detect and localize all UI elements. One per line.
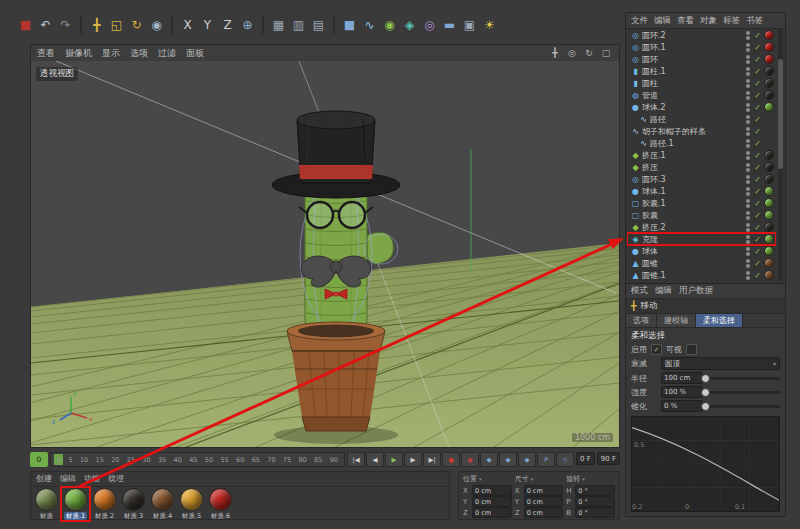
material-tag-icon[interactable]	[764, 30, 774, 40]
playhead[interactable]: 0	[30, 452, 48, 467]
enabled-check-icon[interactable]: ✓	[753, 127, 762, 136]
toolbar-icon[interactable]	[171, 16, 173, 34]
enabled-check-icon[interactable]: ✓	[753, 211, 762, 220]
coordinate-field[interactable]: 0 cm	[472, 507, 512, 518]
visibility-dots[interactable]	[746, 247, 751, 256]
coordinate-field[interactable]: 0 °	[575, 507, 615, 518]
toolbar-icon[interactable]	[333, 16, 335, 34]
slider-value-field[interactable]: 100 cm	[661, 372, 703, 384]
toolbar-icon[interactable]	[262, 16, 264, 34]
object-manager-menu-item[interactable]: 编辑	[654, 15, 671, 27]
object-row[interactable]: ◆ 挤压 ✓	[627, 161, 776, 173]
enabled-check-icon[interactable]: ✓	[753, 187, 762, 196]
visibility-dots[interactable]	[746, 259, 751, 268]
enabled-check-icon[interactable]: ✓	[753, 31, 762, 40]
toolbar-icon[interactable]: ☀	[480, 15, 499, 36]
object-manager-menu-item[interactable]: 文件	[631, 15, 648, 27]
visibility-dots[interactable]	[746, 103, 751, 112]
object-row[interactable]: ◎ 圆环.1 ✓	[627, 41, 776, 53]
viewport-menu-item[interactable]: 选项	[130, 47, 148, 60]
attribute-menu-item[interactable]: 用户数据	[679, 285, 713, 297]
toolbar-icon[interactable]: ╋	[87, 15, 106, 36]
toolbar-icon[interactable]: ↶	[36, 15, 55, 36]
object-manager-menu-item[interactable]: 书签	[746, 15, 763, 27]
object-row[interactable]: ▮ 圆柱 ✓	[627, 77, 776, 89]
coordinate-group-header[interactable]: 尺寸	[515, 474, 564, 484]
object-row[interactable]: ▢ 胶囊 ✓	[627, 209, 776, 221]
toolbar-icon[interactable]: ▤	[309, 15, 328, 36]
transport-button[interactable]: P	[537, 452, 555, 467]
object-row[interactable]: ▢ 胶囊.1 ✓	[627, 197, 776, 209]
viewport-menu-item[interactable]: 显示	[102, 47, 120, 60]
object-row[interactable]: ▲ 圆锥 ✓	[627, 257, 776, 269]
material-sphere-icon[interactable]	[209, 488, 232, 511]
view-nav-icon[interactable]: ▢	[599, 47, 613, 59]
viewport-menu-item[interactable]: 查看	[37, 47, 55, 60]
toolbar-icon[interactable]: ■	[340, 15, 359, 36]
coordinate-field[interactable]: 0 cm	[472, 496, 512, 507]
frame-end-field[interactable]: 90 F	[597, 452, 620, 465]
object-row[interactable]: ▲ 圆锥.1 ✓	[627, 269, 776, 281]
material-tag-icon[interactable]	[764, 210, 774, 220]
coordinate-field[interactable]: 0 cm	[524, 485, 564, 496]
object-row[interactable]: ∿ 路径 ✓	[627, 113, 776, 125]
visibility-dots[interactable]	[746, 163, 751, 172]
material-tag-icon[interactable]	[764, 42, 774, 52]
transport-button[interactable]: ◆	[499, 452, 517, 467]
material-sphere-icon[interactable]	[122, 488, 145, 511]
material-menu-item[interactable]: 创建	[36, 473, 52, 485]
toolbar-icon[interactable]: ▦	[269, 15, 288, 36]
checkbox[interactable]: ✓	[651, 344, 662, 355]
material-tag-icon[interactable]	[764, 90, 774, 100]
coordinate-field[interactable]: 0 cm	[524, 496, 564, 507]
toolbar-icon[interactable]: ↻	[127, 15, 146, 36]
cactus-body[interactable]	[305, 175, 367, 335]
visibility-dots[interactable]	[746, 151, 751, 160]
material-tag-icon[interactable]	[764, 150, 774, 160]
object-row[interactable]: ∿ 胡子和帽子的样条 ✓	[627, 125, 776, 137]
toolbar-icon[interactable]: Z	[218, 15, 237, 36]
viewport[interactable]: 查看摄像机显示选项过滤面板 ╋◎↻▢ 透视视图 1000 cm	[30, 44, 620, 448]
material-tag-icon[interactable]	[764, 234, 774, 244]
enabled-check-icon[interactable]: ✓	[753, 259, 762, 268]
visibility-dots[interactable]	[746, 127, 751, 136]
toolbar-icon[interactable]: ◱	[107, 15, 126, 36]
visibility-dots[interactable]	[746, 175, 751, 184]
coordinate-field[interactable]: 0 cm	[524, 507, 564, 518]
material-swatch[interactable]: 材质.5	[178, 488, 205, 520]
enabled-check-icon[interactable]: ✓	[753, 91, 762, 100]
enabled-check-icon[interactable]: ✓	[753, 55, 762, 64]
viewport-menu-item[interactable]: 面板	[186, 47, 204, 60]
material-menu-item[interactable]: 纹理	[108, 473, 124, 485]
object-row[interactable]: ◎ 圆环 ✓	[627, 53, 776, 65]
object-manager-menu-item[interactable]: 标签	[723, 15, 740, 27]
transport-button[interactable]: ◆	[518, 452, 536, 467]
material-sphere-icon[interactable]	[93, 488, 116, 511]
view-nav-icon[interactable]: ◎	[565, 47, 579, 59]
frame-start-field[interactable]: 0 F	[576, 452, 595, 465]
material-tag-icon[interactable]	[764, 54, 774, 64]
flower-pot[interactable]	[287, 322, 385, 431]
toolbar-icon[interactable]: ▥	[289, 15, 308, 36]
object-row[interactable]: ◆ 挤压.2 ✓	[627, 221, 776, 233]
object-row[interactable]: ▮ 圆柱.1 ✓	[627, 65, 776, 77]
material-swatch[interactable]: 材质	[33, 488, 60, 520]
toolbar-icon[interactable]: ◎	[420, 15, 439, 36]
material-tag-icon[interactable]	[764, 258, 774, 268]
slider-track[interactable]	[707, 377, 780, 380]
transport-button[interactable]: ●	[442, 452, 460, 467]
checkbox[interactable]: ✓	[686, 344, 697, 355]
toolbar-icon[interactable]	[80, 16, 82, 34]
coordinate-field[interactable]: 0 °	[575, 485, 615, 496]
visibility-dots[interactable]	[746, 31, 751, 40]
enabled-check-icon[interactable]: ✓	[753, 223, 762, 232]
object-row[interactable]: ◎ 圆环.2 ✓	[627, 29, 776, 41]
toolbar-icon[interactable]: ◉	[147, 15, 166, 36]
coordinate-group-header[interactable]: 位置	[463, 474, 512, 484]
material-swatch[interactable]: 材质.4	[149, 488, 176, 520]
view-nav-icon[interactable]: ╋	[548, 47, 562, 59]
visibility-dots[interactable]	[746, 67, 751, 76]
material-menu-item[interactable]: 功能	[84, 473, 100, 485]
transport-button[interactable]: |◀	[347, 452, 365, 467]
visibility-dots[interactable]	[746, 235, 751, 244]
